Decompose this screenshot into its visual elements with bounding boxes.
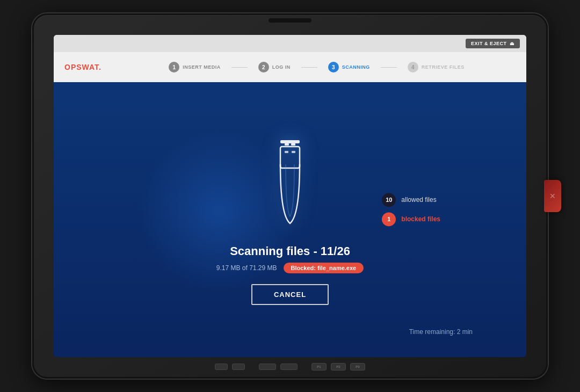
bottom-btn-3[interactable] <box>259 364 276 370</box>
bottom-btn-2[interactable] <box>232 364 245 370</box>
eject-icon: ⏏ <box>510 41 515 46</box>
bottom-btn-p1[interactable]: P1 <box>311 363 327 371</box>
svg-rect-2 <box>291 143 295 146</box>
step-insert-media: 1 INSERT MEDIA <box>160 62 229 72</box>
logo-dot: . <box>99 63 102 71</box>
blocked-count-badge: 1 <box>382 212 396 226</box>
file-stats: 10 allowed files 1 blocked files <box>382 193 440 226</box>
step-2-label: LOG IN <box>272 64 291 70</box>
blocked-files-stat: 1 blocked files <box>382 212 440 226</box>
main-content: 10 allowed files 1 blocked files <box>54 82 526 357</box>
step-retrieve: 4 RETRIEVE FILES <box>399 62 473 72</box>
bottom-btn-p3[interactable]: P3 <box>350 363 365 371</box>
header-nav: OPSWAT. 1 INSERT MEDIA 2 LOG IN <box>54 52 526 82</box>
logo-text: OPSWAT <box>64 63 99 71</box>
scan-info: Scanning files - 11/26 9.17 MB of 71.29 … <box>216 244 364 305</box>
blocked-files-label: blocked files <box>401 215 440 223</box>
step-login: 2 LOG IN <box>250 62 299 72</box>
bottom-btn-p2[interactable]: P2 <box>331 363 346 371</box>
scanning-title: Scanning files - 11/26 <box>216 244 364 258</box>
step-1-label: INSERT MEDIA <box>183 64 221 70</box>
step-scanning: 3 SCANNING <box>320 62 379 72</box>
tablet-device: EXIT & EJECT ⏏ OPSWAT. 1 INSERT MEDIA <box>32 13 548 379</box>
bottom-btn-1[interactable] <box>215 364 228 370</box>
bottom-buttons: P1 P2 P3 <box>215 363 365 371</box>
screen: EXIT & EJECT ⏏ OPSWAT. 1 INSERT MEDIA <box>54 35 526 357</box>
blocked-file-badge: Blocked: file_name.exe <box>284 263 364 273</box>
step-4-number: 4 <box>408 62 418 72</box>
time-remaining: Time remaining: 2 min <box>409 328 473 336</box>
logo: OPSWAT. <box>64 63 102 71</box>
header: EXIT & EJECT ⏏ OPSWAT. 1 INSERT MEDIA <box>54 35 526 82</box>
svg-rect-0 <box>280 140 300 143</box>
svg-rect-3 <box>280 147 300 168</box>
steps-nav: 1 INSERT MEDIA 2 LOG IN 3 <box>118 62 516 72</box>
step-divider-3 <box>381 67 397 68</box>
allowed-files-stat: 10 allowed files <box>382 193 440 207</box>
step-4-label: RETRIEVE FILES <box>422 64 465 70</box>
allowed-count-badge: 10 <box>382 193 396 207</box>
scan-size: 9.17 MB of 71.29 MB <box>216 264 277 272</box>
exit-eject-label: EXIT & EJECT <box>471 41 507 46</box>
step-divider-1 <box>231 67 248 68</box>
cancel-button[interactable]: CANCEL <box>251 284 329 305</box>
allowed-files-label: allowed files <box>401 196 436 204</box>
bottom-btn-4[interactable] <box>280 364 298 370</box>
usb-drive <box>544 180 561 212</box>
header-top-bar: EXIT & EJECT ⏏ <box>54 35 526 52</box>
usb-illustration <box>258 135 322 234</box>
svg-rect-4 <box>285 151 288 153</box>
step-3-number: 3 <box>328 62 339 72</box>
step-1-number: 1 <box>169 62 179 72</box>
svg-rect-5 <box>292 151 295 153</box>
step-3-label: SCANNING <box>342 64 370 70</box>
step-divider-2 <box>301 67 317 68</box>
scan-progress-row: 9.17 MB of 71.29 MB Blocked: file_name.e… <box>216 263 364 273</box>
svg-rect-1 <box>285 143 289 146</box>
exit-eject-button[interactable]: EXIT & EJECT ⏏ <box>466 39 520 48</box>
step-2-number: 2 <box>258 62 269 72</box>
